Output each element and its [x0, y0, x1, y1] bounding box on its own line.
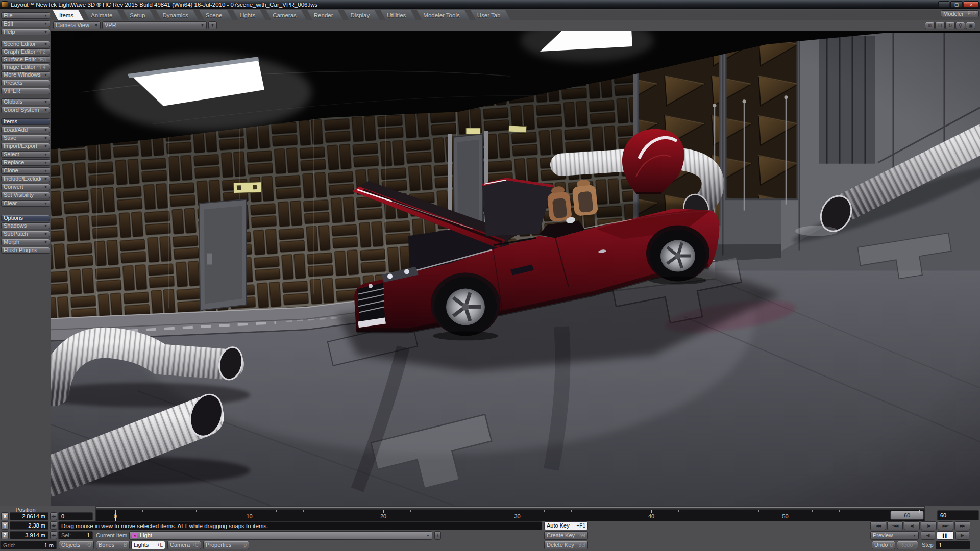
chevron-down-icon: ▼: [425, 534, 430, 537]
chevron-down-icon: ▼: [211, 23, 214, 27]
sidebar-item-clear[interactable]: Clear▼: [1, 200, 50, 207]
step-forward-button[interactable]: ||▶: [921, 521, 937, 530]
playback-transport: |◀◀+◀◀◀||||▶▶▶+▶▶|: [870, 521, 970, 530]
next-keyframe-button[interactable]: ▶▶+: [938, 521, 953, 530]
step-label: Step: [922, 542, 934, 548]
sidebar-item-subpatch[interactable]: SubPatch▼: [1, 231, 50, 237]
sidebar-item-save[interactable]: Save▼: [1, 135, 50, 141]
go-last-frame-button[interactable]: ▶▶|: [954, 521, 970, 530]
last-frame-field[interactable]: 60: [937, 510, 979, 520]
sidebar-item-import-export[interactable]: Import/Export▼: [1, 143, 50, 149]
tab-lights[interactable]: Lights: [233, 10, 265, 20]
sidebar-item-clone[interactable]: Clone▼: [1, 167, 50, 174]
sidebar-item-graph-editor[interactable]: Graph Editor^F2: [1, 48, 50, 55]
tab-animate[interactable]: Animate: [84, 10, 122, 20]
redo-button[interactable]: Redo: [897, 541, 918, 549]
move-icon[interactable]: ⊞: [935, 22, 945, 29]
viewport-toolbar: Camera View▼ VPR▼ ▼ ⊕ ⊞ ↻ ⚲ ▣: [51, 20, 980, 31]
nudge-y-stepper[interactable]: ◀▶: [50, 521, 57, 530]
tab-user-tab[interactable]: User Tab: [471, 10, 511, 20]
window-title: Layout™ NewTek LightWave 3D ® HC Rev 201…: [11, 2, 317, 8]
position-y-field[interactable]: 2.38 m: [10, 521, 48, 530]
undo-button[interactable]: Undou: [872, 541, 895, 549]
position-z-field[interactable]: 3.914 m: [10, 531, 48, 539]
sidebar-item-more-windows[interactable]: More Windows▼: [1, 71, 50, 78]
timeline-ruler[interactable]: 60 01020304050: [95, 509, 925, 521]
tab-cameras[interactable]: Cameras: [266, 10, 307, 20]
maximize-viewport-icon[interactable]: ▣: [966, 22, 975, 29]
tab-setup[interactable]: Setup: [123, 10, 155, 20]
chevron-down-icon: ▼: [911, 534, 916, 537]
play-forward-button[interactable]: ▶: [955, 531, 969, 540]
ruler-tick: [330, 510, 330, 512]
sidebar-item-include-exclude[interactable]: Include/Exclude▼: [1, 176, 50, 182]
sidebar-item-image-editor[interactable]: Image Editor^F4: [1, 64, 50, 70]
create-key-button[interactable]: Create Keyret: [544, 531, 588, 540]
restore-button[interactable]: ▢: [950, 1, 963, 8]
sidebar-item-replace[interactable]: Replace▼: [1, 159, 50, 166]
item-tab-cameras[interactable]: Cameras+C: [167, 541, 201, 549]
close-button[interactable]: ×: [964, 1, 979, 8]
tab-items[interactable]: Items: [53, 10, 84, 20]
preview-dropdown[interactable]: Preview▼: [870, 531, 919, 540]
item-tab-lights[interactable]: Lights+L: [131, 541, 165, 549]
tab-modeler-tools[interactable]: Modeler Tools: [416, 10, 470, 20]
prev-keyframe-button[interactable]: +◀◀: [887, 521, 903, 530]
sidebar-item-coord-system[interactable]: Coord System▼: [1, 107, 50, 113]
viewport-options-dropdown[interactable]: ▼: [208, 21, 217, 29]
item-tab-objects[interactable]: Objects+O: [59, 541, 94, 549]
sidebar-item-shadows[interactable]: Shadows▼: [1, 222, 50, 229]
current-frame-field[interactable]: 0: [58, 512, 93, 520]
sidebar-item-set-visibility[interactable]: Set Visibility▼: [1, 192, 50, 198]
modeler-button[interactable]: ModelerF12: [941, 10, 979, 17]
sidebar-item-scene-editor[interactable]: Scene Editor▼: [1, 41, 50, 47]
position-x-field[interactable]: 2.8614 m: [10, 512, 48, 520]
sidebar-item-convert[interactable]: Convert▼: [1, 184, 50, 190]
tab-utilities[interactable]: Utilities: [380, 10, 416, 20]
rotate-icon[interactable]: ↻: [945, 22, 955, 29]
axis-z-button[interactable]: Z: [1, 531, 9, 539]
zoom-icon[interactable]: ⚲: [955, 22, 965, 29]
sidebar-item-edit[interactable]: Edit▼: [1, 20, 50, 27]
step-field[interactable]: 1: [936, 541, 970, 549]
sidebar-item-load-add[interactable]: Load/Add▼: [1, 127, 50, 133]
nudge-z-stepper[interactable]: ◀▶: [50, 531, 57, 539]
step-back-button[interactable]: ◀||: [904, 521, 920, 530]
item-tab-bones[interactable]: Bones+B: [96, 541, 130, 549]
scene-render: [51, 31, 980, 506]
minimize-button[interactable]: –: [938, 1, 949, 8]
render-mode-dropdown[interactable]: VPR▼: [102, 21, 207, 29]
sidebar-item-surface-editor[interactable]: Surface Editor^F3: [1, 56, 50, 63]
sidebar-item-globals[interactable]: Globals▼: [1, 98, 50, 105]
item-info-button[interactable]: i: [434, 531, 441, 540]
item-tab-properties[interactable]: Propertiesp: [203, 541, 249, 549]
title-bar[interactable]: Layout™ NewTek LightWave 3D ® HC Rev 201…: [0, 0, 980, 9]
sidebar-item-flush-plugins[interactable]: Flush Plugins: [1, 247, 50, 254]
pause-button[interactable]: ▌▌: [937, 531, 954, 540]
axis-x-button[interactable]: X: [1, 512, 9, 520]
pan-icon[interactable]: ⊕: [925, 22, 935, 29]
tab-dynamics[interactable]: Dynamics: [156, 10, 198, 20]
tab-display[interactable]: Display: [344, 10, 380, 20]
axis-y-button[interactable]: Y: [1, 521, 9, 530]
current-item-dropdown[interactable]: ◄ Light ▼: [129, 531, 432, 540]
sidebar-item-select[interactable]: Select▼: [1, 151, 50, 158]
ruler-tick: [250, 510, 250, 513]
delete-key-button[interactable]: Delete Keydel: [544, 541, 588, 549]
tab-render[interactable]: Render: [307, 10, 344, 20]
left-sidebar: File▼ Edit▼ Help▼ Scene Editor▼ Graph Ed…: [0, 9, 51, 506]
nudge-x-stepper[interactable]: ◀▶: [50, 512, 57, 520]
play-reverse-button[interactable]: ◀: [921, 531, 935, 540]
sidebar-item-file[interactable]: File▼: [1, 12, 50, 19]
go-first-frame-button[interactable]: |◀◀: [870, 521, 886, 530]
sidebar-item-help[interactable]: Help▼: [1, 29, 50, 35]
sidebar-item-viper[interactable]: VIPER: [1, 88, 50, 94]
ruler-tick: [812, 510, 813, 512]
viewport-render[interactable]: [51, 31, 980, 506]
sidebar-item-morph[interactable]: Morph▼: [1, 239, 50, 245]
view-mode-dropdown[interactable]: Camera View▼: [53, 21, 101, 29]
ruler-tick: [303, 510, 304, 512]
tab-scene[interactable]: Scene: [199, 10, 233, 20]
sidebar-item-presets[interactable]: Presets: [1, 80, 50, 86]
auto-key-button[interactable]: Auto Key+F1: [544, 521, 588, 530]
